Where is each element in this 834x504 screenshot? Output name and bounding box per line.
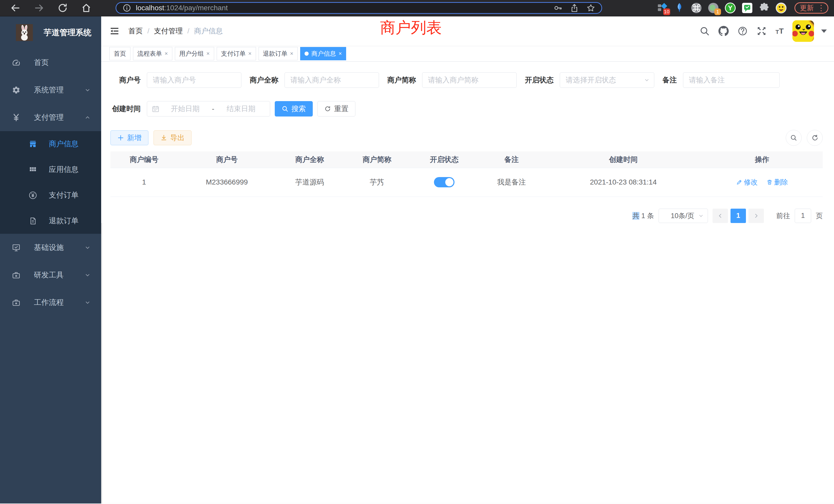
tab-user-group[interactable]: 用户分组 × — [175, 47, 214, 60]
tab-refund-order[interactable]: 退款订单 × — [259, 47, 298, 60]
goto-page-input[interactable] — [795, 209, 811, 223]
user-avatar[interactable] — [792, 20, 814, 42]
remark-label: 备注 — [662, 75, 677, 85]
search-button[interactable]: 搜索 — [275, 101, 313, 116]
site-info-icon[interactable] — [123, 4, 131, 12]
cell-create-time: 2021-10-23 08:31:14 — [545, 168, 702, 197]
tab-label: 用户分组 — [179, 49, 204, 58]
password-key-icon[interactable] — [554, 4, 562, 12]
back-icon[interactable] — [10, 3, 21, 13]
url-bar[interactable]: localhost:1024/pay/merchant — [115, 2, 602, 14]
url-path: :1024/pay/merchant — [164, 4, 228, 12]
sidebar-item-system[interactable]: 系统管理 — [0, 76, 101, 104]
sidebar-item-dev-tools[interactable]: 研发工具 — [0, 261, 101, 289]
create-time-range-picker[interactable]: 开始日期 - 结束日期 — [147, 101, 270, 116]
prev-page-button[interactable] — [712, 209, 728, 223]
status-toggle[interactable] — [434, 177, 455, 187]
refresh-table-button[interactable] — [807, 130, 823, 146]
yen-icon — [12, 113, 21, 122]
active-tab-dot — [305, 51, 309, 56]
cell-status — [411, 168, 478, 197]
fullscreen-icon[interactable] — [756, 26, 767, 36]
sidebar-item-pay-order[interactable]: 支付订单 — [0, 182, 101, 208]
table-header-row: 商户编号 商户号 商户全称 商户简称 开启状态 备注 创建时间 操作 — [110, 152, 823, 168]
merchant-fullname-input[interactable] — [285, 72, 379, 88]
column-header-actions: 操作 — [702, 152, 823, 168]
remark-input[interactable] — [683, 72, 780, 88]
share-icon[interactable] — [570, 4, 579, 12]
status-label: 开启状态 — [525, 75, 554, 85]
toggle-search-button[interactable] — [786, 130, 802, 146]
sidebar-item-refund-order[interactable]: 退款订单 — [0, 208, 101, 234]
sidebar-item-app-info[interactable]: 应用信息 — [0, 157, 101, 182]
page-suffix-label: 页 — [816, 211, 823, 221]
sidebar-item-home[interactable]: 首页 — [0, 49, 101, 76]
add-button[interactable]: 新增 — [110, 130, 148, 145]
help-icon[interactable] — [738, 26, 748, 36]
delete-link[interactable]: 删除 — [766, 178, 788, 187]
browser-menu-dots-icon[interactable]: ⋮ — [817, 4, 825, 12]
sidebar-item-label: 支付订单 — [49, 190, 79, 201]
sidebar-item-label: 退款订单 — [49, 216, 79, 226]
page-size-select[interactable]: 10条/页 — [659, 209, 708, 223]
tab-home[interactable]: 首页 — [109, 47, 130, 60]
column-header-shortname: 商户简称 — [343, 152, 411, 168]
download-icon — [160, 135, 167, 141]
proxy-extension-icon[interactable]: 10 — [657, 2, 668, 14]
tampermonkey-extension-icon[interactable]: 1 — [708, 2, 719, 14]
tab-close-icon[interactable]: × — [248, 50, 251, 57]
sidebar-item-merchant-info[interactable]: 商户信息 — [0, 131, 101, 157]
reload-icon[interactable] — [58, 3, 68, 13]
page-number-button[interactable]: 1 — [730, 209, 746, 223]
tab-process-form[interactable]: 流程表单 × — [133, 47, 172, 60]
balloon-extension-icon[interactable] — [674, 2, 685, 14]
store-icon — [29, 140, 37, 148]
breadcrumb-item-home[interactable]: 首页 — [128, 26, 143, 36]
pagination-total-rest: 1 条 — [639, 212, 654, 220]
sidebar-item-infrastructure[interactable]: 基础设施 — [0, 234, 101, 261]
main-area: 首页 / 支付管理 / 商户信息 TT — [101, 17, 834, 503]
tab-close-icon[interactable]: × — [338, 50, 342, 57]
chevron-up-icon — [84, 114, 91, 121]
reset-button[interactable]: 重置 — [317, 101, 355, 116]
github-icon[interactable] — [719, 26, 729, 36]
svg-text:Y: Y — [728, 4, 732, 12]
merchant-shortname-input[interactable] — [422, 72, 517, 88]
avatar-caret-icon[interactable] — [821, 29, 827, 33]
edit-link[interactable]: 修改 — [736, 178, 758, 187]
reset-button-label: 重置 — [334, 104, 348, 114]
filter-row-2: 创建时间 开始日期 - 结束日期 搜索 重置 — [110, 101, 823, 116]
sidebar-item-label: 应用信息 — [49, 164, 79, 175]
breadcrumb-item-payment[interactable]: 支付管理 — [154, 26, 183, 36]
forward-icon[interactable] — [34, 3, 44, 13]
search-icon[interactable] — [699, 26, 710, 36]
chevron-down-icon — [698, 213, 704, 219]
merchant-shortname-label: 商户简称 — [387, 75, 416, 85]
home-icon[interactable] — [81, 3, 91, 13]
profile-smiley-avatar[interactable] — [775, 2, 787, 14]
sidebar-item-workflow[interactable]: 工作流程 — [0, 289, 101, 316]
command-extension-icon[interactable] — [691, 2, 702, 14]
tab-close-icon[interactable]: × — [290, 50, 293, 57]
sidebar-collapse-icon[interactable] — [109, 26, 120, 36]
font-size-icon[interactable]: TT — [775, 27, 784, 35]
extensions-puzzle-icon[interactable] — [759, 2, 770, 14]
y-extension-icon[interactable]: Y — [725, 2, 736, 14]
url-host: localhost — [136, 4, 164, 12]
export-button[interactable]: 导出 — [154, 130, 192, 145]
status-select[interactable]: 请选择开启状态 — [560, 72, 654, 88]
next-page-button[interactable] — [748, 209, 764, 223]
browser-update-button[interactable]: 更新 ⋮ — [794, 2, 828, 14]
refresh-icon — [811, 134, 818, 141]
tab-close-icon[interactable]: × — [164, 50, 168, 57]
grid-icon — [29, 165, 37, 174]
bookmark-star-icon[interactable] — [587, 4, 595, 12]
merchant-fullname-label: 商户全称 — [249, 75, 278, 85]
tab-pay-order[interactable]: 支付订单 × — [217, 47, 256, 60]
tab-merchant-info[interactable]: 商户信息 × — [300, 47, 346, 60]
merchant-no-input[interactable] — [147, 72, 241, 88]
chat-extension-icon[interactable] — [742, 2, 753, 14]
edit-link-label: 修改 — [744, 178, 758, 187]
sidebar-item-payment[interactable]: 支付管理 — [0, 104, 101, 131]
tab-close-icon[interactable]: × — [206, 50, 210, 57]
